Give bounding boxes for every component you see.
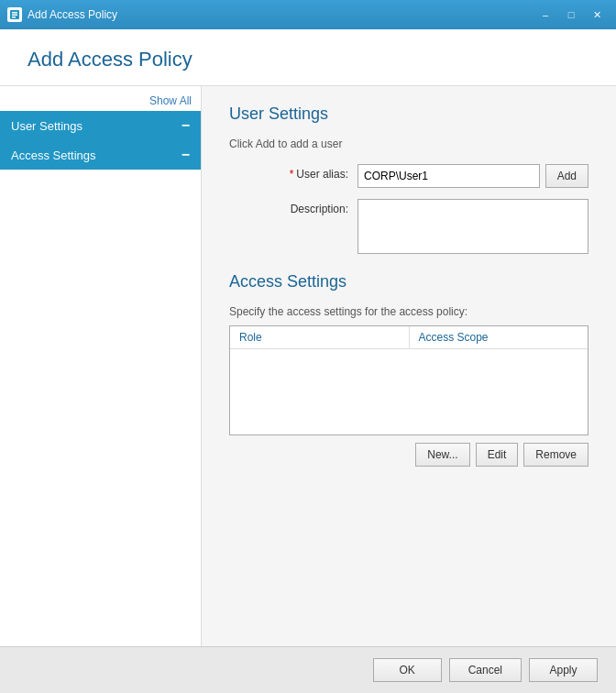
new-button[interactable]: New... [415, 443, 469, 467]
window-controls: – □ ✕ [534, 6, 609, 24]
window-body: Add Access Policy Show All User Settings… [0, 29, 616, 693]
access-settings-instruction: Specify the access settings for the acce… [229, 305, 588, 318]
table-header-role: Role [230, 326, 410, 348]
svg-rect-3 [12, 16, 16, 18]
title-bar: Add Access Policy – □ ✕ [0, 0, 616, 29]
sidebar-item-user-settings[interactable]: User Settings − [0, 111, 201, 140]
user-alias-row: *User alias: Add [229, 164, 588, 188]
apply-button[interactable]: Apply [529, 658, 598, 682]
user-settings-instruction: Click Add to add a user [229, 138, 588, 150]
maximize-button[interactable]: □ [559, 6, 583, 24]
sidebar: Show All User Settings − Access Settings… [0, 86, 202, 646]
add-user-button[interactable]: Add [545, 164, 588, 188]
minimize-button[interactable]: – [534, 6, 557, 24]
user-alias-input-group: Add [358, 164, 588, 188]
svg-rect-2 [12, 15, 17, 16]
footer: OK Cancel Apply [0, 646, 616, 693]
user-settings-title: User Settings [229, 104, 588, 124]
description-row: Description: [229, 199, 588, 254]
description-label: Description: [229, 199, 358, 215]
user-alias-input[interactable] [358, 164, 540, 188]
sidebar-item-access-settings-collapse-icon: − [182, 148, 190, 162]
sidebar-item-access-settings[interactable]: Access Settings − [0, 140, 201, 170]
app-icon [7, 7, 22, 22]
page-title: Add Access Policy [28, 48, 588, 72]
ok-button[interactable]: OK [373, 658, 442, 682]
required-star: * [290, 168, 294, 181]
user-alias-label: *User alias: [229, 164, 358, 181]
svg-rect-1 [12, 12, 17, 14]
access-settings-title: Access Settings [229, 272, 588, 292]
access-settings-section: Access Settings Specify the access setti… [229, 272, 588, 467]
table-header-access-scope: Access Scope [410, 326, 588, 348]
content-area: Show All User Settings − Access Settings… [0, 86, 616, 646]
user-settings-section: User Settings Click Add to add a user *U… [229, 104, 588, 254]
table-header: Role Access Scope [230, 326, 588, 349]
table-body [230, 349, 588, 432]
close-button[interactable]: ✕ [585, 6, 609, 24]
window-header: Add Access Policy [0, 29, 616, 86]
main-content: User Settings Click Add to add a user *U… [202, 86, 616, 646]
window-title: Add Access Policy [28, 8, 534, 21]
sidebar-item-user-settings-collapse-icon: − [182, 118, 190, 133]
cancel-button[interactable]: Cancel [449, 658, 522, 682]
edit-button[interactable]: Edit [476, 443, 519, 467]
access-table: Role Access Scope [229, 325, 588, 435]
sidebar-item-access-settings-label: Access Settings [11, 148, 96, 162]
show-all-link[interactable]: Show All [0, 91, 201, 111]
description-input[interactable] [358, 199, 588, 254]
sidebar-item-user-settings-label: User Settings [11, 119, 82, 133]
remove-button[interactable]: Remove [523, 443, 588, 467]
table-actions: New... Edit Remove [229, 443, 588, 467]
